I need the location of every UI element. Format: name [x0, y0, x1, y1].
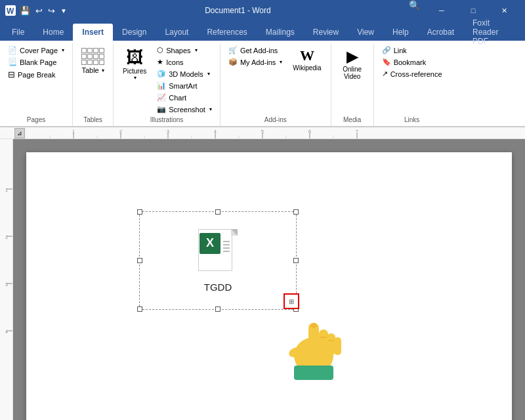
title-bar: W 💾 ↩ ↪ ▼ Document1 - Word 🔍 ─ □ ✕	[0, 0, 525, 21]
screenshot-button[interactable]: 📷 Screenshot ▾	[153, 104, 216, 115]
tables-group-label: Tables	[77, 115, 109, 126]
document-scroll-area[interactable]: X TGDD ⊞	[13, 139, 525, 420]
3d-models-icon: 🧊	[157, 70, 166, 78]
handle-top-left[interactable]	[137, 209, 142, 215]
page-break-label: Page Break	[18, 71, 55, 79]
page-break-button[interactable]: ⊟ Page Break	[4, 68, 68, 81]
svg-rect-39	[294, 366, 333, 380]
media-items: ▶ OnlineVideo	[335, 45, 369, 115]
svg-text:1: 1	[5, 188, 8, 192]
save-icon[interactable]: 💾	[20, 6, 30, 16]
shapes-label: Shapes	[166, 47, 190, 54]
smartart-button[interactable]: 📊 SmartArt	[153, 80, 216, 91]
cross-reference-button[interactable]: ↗ Cross-reference	[378, 68, 446, 79]
online-video-button[interactable]: ▶ OnlineVideo	[335, 45, 369, 83]
wikipedia-button[interactable]: W Wikipedia	[287, 45, 326, 74]
ruler-corner[interactable]: ⊿	[14, 128, 25, 138]
media-group-label: Media	[335, 115, 369, 126]
smartart-icon: 📊	[157, 81, 166, 90]
3d-models-arrow: ▾	[207, 71, 210, 77]
tab-home[interactable]: Home	[33, 24, 73, 41]
svg-rect-36	[319, 329, 328, 354]
cover-page-icon: 📄	[8, 46, 17, 54]
cross-reference-icon: ↗	[382, 70, 388, 78]
tables-items: Table ▾	[77, 45, 109, 115]
blank-page-button[interactable]: 📃 Blank Page	[4, 56, 68, 68]
main-area: 1 2 3 4	[0, 139, 525, 420]
page-break-icon: ⊟	[8, 70, 15, 79]
tab-help[interactable]: Help	[383, 24, 418, 41]
addins-column: 🛒 Get Add-ins 📦 My Add-ins ▾	[224, 45, 286, 68]
ribbon-content: 📄 Cover Page ▾ 📃 Blank Page ⊟ Page Break…	[0, 41, 525, 127]
icons-label: Icons	[166, 58, 183, 66]
cover-page-button[interactable]: 📄 Cover Page ▾	[4, 45, 68, 56]
tab-design[interactable]: Design	[113, 24, 156, 41]
link-button[interactable]: 🔗 Link	[378, 45, 446, 56]
title-bar-left: W 💾 ↩ ↪ ▼	[5, 5, 67, 16]
my-addins-button[interactable]: 📦 My Add-ins ▾	[224, 56, 286, 68]
svg-text:W: W	[7, 7, 14, 16]
handle-bottom-left[interactable]	[137, 306, 142, 312]
svg-text:3: 3	[167, 129, 169, 134]
svg-text:4: 4	[5, 329, 8, 334]
pictures-button[interactable]: 🖼 Pictures ▾	[117, 45, 152, 83]
undo-icon[interactable]: ↩	[35, 6, 43, 16]
excel-x: X	[200, 233, 220, 254]
pictures-icon: 🖼	[126, 47, 143, 68]
3d-models-button[interactable]: 🧊 3D Models ▾	[153, 68, 216, 79]
icons-button[interactable]: ★ Icons	[153, 56, 216, 68]
icon-lines	[223, 241, 230, 252]
ribbon-tabs: File Home Insert Design Layout Reference…	[0, 21, 525, 41]
tab-references[interactable]: References	[198, 24, 256, 41]
hand-cursor	[282, 303, 348, 375]
customize-icon[interactable]: ▼	[60, 7, 67, 14]
links-column: 🔗 Link 🔖 Bookmark ↗ Cross-reference	[378, 45, 446, 79]
svg-text:7: 7	[356, 129, 358, 134]
svg-text:1: 1	[72, 129, 75, 134]
tab-review[interactable]: Review	[304, 24, 348, 41]
svg-rect-38	[334, 337, 341, 355]
shapes-button[interactable]: ⬡ Shapes ▾	[153, 45, 216, 56]
my-addins-label: My Add-ins	[240, 58, 276, 66]
tab-file[interactable]: File	[3, 24, 33, 41]
search-ribbon-icon[interactable]: 🔍	[409, 0, 420, 21]
embedded-object: X TGDD	[140, 212, 296, 309]
ribbon: File Home Insert Design Layout Reference…	[0, 21, 525, 127]
bookmark-button[interactable]: 🔖 Bookmark	[378, 56, 446, 68]
tab-mailings[interactable]: Mailings	[257, 24, 304, 41]
ribbon-group-tables: Table ▾ Tables	[73, 43, 114, 126]
cross-reference-label: Cross-reference	[390, 70, 442, 78]
svg-point-40	[310, 323, 317, 328]
vertical-ruler-svg: 1 2 3 4	[1, 142, 12, 420]
handle-middle-left[interactable]	[137, 258, 142, 263]
table-button[interactable]: Table ▾	[77, 45, 109, 77]
handle-top-center[interactable]	[215, 209, 220, 215]
tab-view[interactable]: View	[348, 24, 383, 41]
get-addins-button[interactable]: 🛒 Get Add-ins	[224, 45, 286, 56]
excel-icon: X	[198, 229, 238, 274]
cover-page-label: Cover Page	[20, 47, 58, 54]
wikipedia-label: Wikipedia	[293, 64, 321, 72]
chart-icon: 📈	[157, 93, 166, 102]
ruler-svg: 1 2 3 4 5 6 7	[26, 128, 499, 138]
ribbon-group-addins: 🛒 Get Add-ins 📦 My Add-ins ▾ W Wikipedia…	[220, 43, 331, 126]
handle-middle-right[interactable]	[293, 258, 299, 263]
screenshot-label: Screenshot	[169, 106, 205, 114]
chart-button[interactable]: 📈 Chart	[153, 92, 216, 103]
tab-insert[interactable]: Insert	[73, 24, 113, 41]
redo-icon[interactable]: ↪	[48, 6, 55, 16]
fold-corner	[231, 229, 238, 236]
tab-acrobat[interactable]: Acrobat	[418, 24, 463, 41]
pages-items: 📄 Cover Page ▾ 📃 Blank Page ⊟ Page Break	[4, 45, 68, 115]
3d-models-label: 3D Models	[169, 70, 203, 78]
pages-group-label: Pages	[4, 115, 68, 126]
blank-page-icon: 📃	[8, 58, 17, 66]
handle-top-right[interactable]	[293, 209, 299, 215]
bookmark-icon: 🔖	[382, 58, 391, 66]
minimize-button[interactable]: ─	[427, 0, 457, 21]
tab-foxit[interactable]: Foxit Reader PDF	[463, 24, 522, 41]
cover-page-arrow: ▾	[62, 47, 64, 53]
handle-bottom-center[interactable]	[215, 306, 220, 312]
tab-layout[interactable]: Layout	[156, 24, 198, 41]
chart-label: Chart	[169, 94, 186, 102]
